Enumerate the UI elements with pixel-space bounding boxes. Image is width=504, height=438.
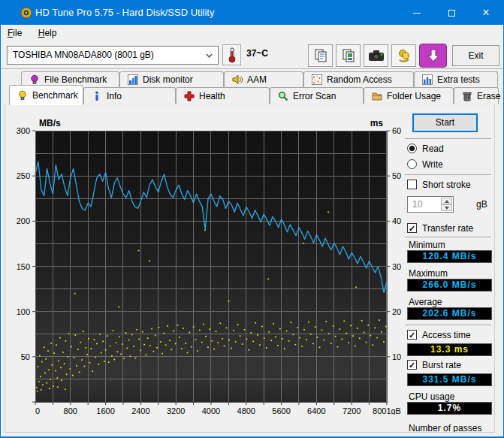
chevron-down-icon: [206, 53, 213, 58]
svg-text:4800: 4800: [237, 406, 255, 415]
svg-text:0: 0: [35, 406, 40, 415]
burst-rate-checkbox[interactable]: ✓: [407, 360, 417, 370]
short-stroke-label: Short stroke: [422, 180, 471, 190]
separator: [405, 174, 491, 175]
menu-help[interactable]: Help: [32, 25, 64, 41]
tab-erase[interactable]: Erase: [454, 87, 499, 104]
svg-text:4000: 4000: [202, 406, 220, 415]
access-time-label: Access time: [422, 330, 471, 340]
svg-text:200: 200: [17, 216, 30, 225]
health-cross-icon: [184, 91, 195, 101]
svg-text:3200: 3200: [167, 406, 185, 415]
write-label: Write: [422, 159, 443, 170]
separator: [405, 325, 491, 325]
copy-image-button[interactable]: [336, 44, 361, 67]
read-label: Read: [422, 143, 444, 154]
trash-icon: [462, 91, 472, 101]
toolbar: TOSHIBA MN08ADA800 (8001 gB) 37~C Exit: [1, 41, 503, 69]
start-button[interactable]: Start: [412, 113, 478, 132]
short-stroke-size-input[interactable]: 10: [407, 196, 454, 213]
titlebar: HD Tune Pro 5.75 - Hard Disk/SSD Utility…: [1, 1, 503, 25]
tab-folder-usage[interactable]: Folder Usage: [364, 87, 454, 104]
svg-text:100: 100: [17, 307, 30, 316]
camera-icon: [368, 50, 385, 62]
screenshot-button[interactable]: [364, 44, 388, 67]
svg-text:40: 40: [392, 216, 401, 225]
svg-text:20: 20: [392, 307, 401, 316]
spin-up-icon[interactable]: [441, 198, 452, 204]
speaker-icon: [232, 74, 243, 85]
copy-text-icon: [313, 48, 328, 63]
copy-text-button[interactable]: [308, 44, 333, 67]
burst-rate-value: 331.5 MB/s: [407, 373, 492, 386]
access-time-value: 13.3 ms: [407, 343, 492, 356]
maximize-button[interactable]: [434, 1, 469, 25]
app-icon: [20, 7, 32, 19]
read-radio[interactable]: [407, 143, 417, 153]
svg-text:50: 50: [21, 352, 30, 361]
tab-info[interactable]: Info: [83, 87, 176, 104]
temperature-value: 37~C: [246, 48, 268, 59]
cpu-usage-label: CPU usage: [409, 391, 454, 402]
tab-error-scan[interactable]: Error Scan: [270, 87, 364, 104]
minimum-value: 120.4 MB/s: [407, 250, 492, 263]
svg-text:10: 10: [392, 352, 401, 361]
svg-text:300: 300: [17, 126, 30, 135]
close-button[interactable]: ×: [469, 1, 503, 25]
tab-health[interactable]: Health: [176, 87, 270, 104]
tab-disk-monitor[interactable]: Disk monitor: [119, 71, 224, 87]
average-label: Average: [409, 297, 442, 307]
short-stroke-checkbox[interactable]: [407, 180, 417, 189]
access-time-checkbox[interactable]: ✓: [407, 330, 417, 340]
svg-text:150: 150: [17, 262, 30, 271]
benchmark-chart: 5010015020025030010203040506008001600240…: [8, 114, 428, 415]
copy-image-icon: [341, 48, 356, 63]
minimize-button[interactable]: [400, 1, 434, 25]
svg-text:ms: ms: [370, 118, 384, 128]
svg-text:60: 60: [392, 126, 401, 135]
lamp-icon: [29, 74, 40, 85]
svg-text:250: 250: [17, 171, 30, 180]
lamp-icon: [17, 90, 28, 101]
short-stroke-size-value: 10: [412, 199, 422, 210]
svg-text:7200: 7200: [343, 406, 361, 415]
transfer-rate-checkbox[interactable]: ✓: [407, 223, 417, 233]
tab-aam[interactable]: AAM: [224, 71, 303, 87]
maximize-icon: [448, 10, 455, 17]
panel-divider: [494, 114, 495, 360]
donate-button[interactable]: [391, 44, 416, 67]
app-window: HD Tune Pro 5.75 - Hard Disk/SSD Utility…: [0, 0, 504, 438]
close-icon: ×: [482, 6, 489, 20]
svg-text:8001gB: 8001gB: [373, 406, 401, 415]
minimum-label: Minimum: [409, 240, 445, 250]
spinner-buttons[interactable]: [441, 198, 452, 211]
grid-chart-icon: [422, 74, 433, 85]
tab-extra-tests[interactable]: Extra tests: [414, 71, 498, 87]
exit-button[interactable]: Exit: [452, 45, 499, 66]
average-value: 202.6 MB/s: [407, 307, 492, 320]
svg-text:5600: 5600: [272, 406, 290, 415]
drive-select-value: TOSHIBA MN08ADA800 (8001 gB): [13, 50, 154, 60]
drive-select[interactable]: TOSHIBA MN08ADA800 (8001 gB): [7, 46, 219, 65]
tab-benchmark[interactable]: Benchmark: [9, 85, 83, 105]
cpu-usage-value: 1.7%: [407, 402, 492, 415]
magnifier-icon: [278, 91, 288, 101]
svg-text:MB/s: MB/s: [39, 118, 61, 128]
benchmark-page: 5010015020025030010203040506008001600240…: [5, 104, 495, 433]
download-arrow-icon: [427, 48, 440, 63]
transfer-rate-label: Transfer rate: [422, 223, 473, 234]
folder-icon: [372, 91, 382, 101]
burst-rate-label: Burst rate: [422, 360, 461, 370]
tab-random-access[interactable]: Random Access: [303, 71, 414, 87]
update-button[interactable]: [419, 44, 447, 68]
svg-text:50: 50: [392, 171, 401, 180]
svg-text:30: 30: [392, 262, 401, 271]
maximum-label: Maximum: [409, 268, 448, 279]
separator: [405, 237, 491, 237]
temperature-button[interactable]: [222, 44, 241, 65]
write-radio[interactable]: [407, 159, 417, 169]
bar-chart-icon: [128, 74, 138, 85]
minimize-icon: [413, 13, 421, 14]
menu-file[interactable]: File: [1, 25, 29, 41]
spin-down-icon[interactable]: [441, 204, 452, 211]
